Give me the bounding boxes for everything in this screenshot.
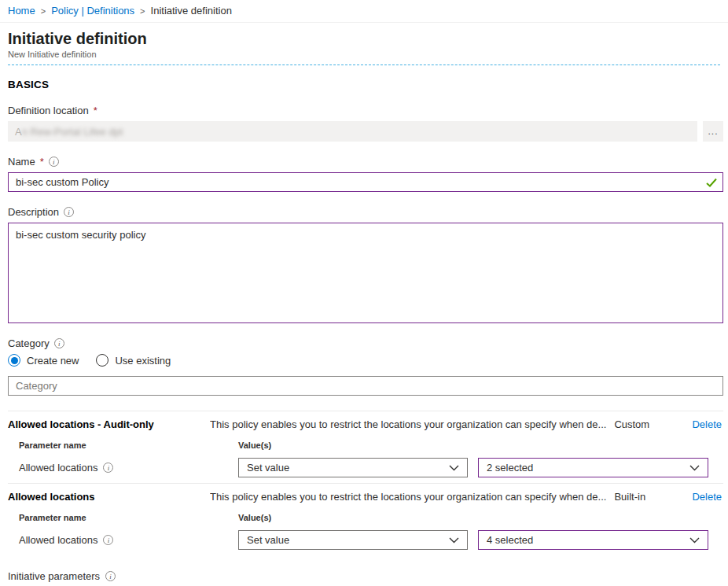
- breadcrumb-separator: >: [140, 6, 145, 16]
- description-label: Description: [8, 206, 723, 218]
- page-title: Initiative definition: [8, 29, 720, 48]
- initiative-parameters-label: Initiative parameters: [8, 570, 723, 582]
- definition-location-label-text: Definition location: [8, 105, 89, 116]
- policy-title: Allowed locations - Audit-only: [8, 418, 210, 430]
- info-icon[interactable]: [54, 338, 64, 348]
- name-input[interactable]: bi-sec custom Policy: [8, 172, 723, 192]
- locations-multiselect-dropdown[interactable]: 2 selected: [478, 458, 708, 477]
- radio-create-new[interactable]: Create new: [8, 354, 79, 367]
- header-divider: [8, 64, 720, 65]
- radio-use-existing[interactable]: Use existing: [96, 354, 171, 367]
- info-icon[interactable]: [103, 535, 113, 545]
- breadcrumb-policy-definitions[interactable]: Policy | Definitions: [51, 5, 134, 17]
- breadcrumb-current: Initiative definition: [151, 5, 232, 17]
- radio-use-existing-label: Use existing: [115, 355, 171, 367]
- parameter-name-text: Allowed locations: [19, 534, 97, 546]
- parameter-name-header: Parameter name: [8, 440, 238, 450]
- category-label: Category: [8, 337, 723, 349]
- page-subtitle: New Initiative definition: [8, 50, 720, 59]
- info-icon[interactable]: [105, 571, 116, 581]
- name-input-value: bi-sec custom Policy: [16, 176, 108, 188]
- main-content: BASICS Definition location * A ... Name …: [0, 79, 728, 586]
- category-input-placeholder: Category: [16, 380, 57, 392]
- value-mode-selected: Set value: [247, 534, 289, 546]
- name-label-text: Name: [8, 156, 35, 168]
- chevron-down-icon: [449, 537, 459, 544]
- radio-unselected-icon: [96, 354, 108, 367]
- policy-param-headers: Parameter name Value(s): [8, 513, 723, 522]
- value-mode-dropdown[interactable]: Set value: [238, 530, 468, 550]
- definition-location-browse-button[interactable]: ...: [703, 121, 723, 142]
- chevron-down-icon: [689, 465, 700, 471]
- policy-row-header: Allowed locations - Audit-only This poli…: [8, 418, 723, 430]
- definition-location-field: A: [8, 121, 697, 142]
- value-mode-dropdown[interactable]: Set value: [238, 458, 468, 477]
- delete-policy-link[interactable]: Delete: [692, 491, 723, 503]
- locations-selected-count: 2 selected: [487, 462, 533, 474]
- radio-selected-icon: [8, 354, 20, 367]
- breadcrumb-home[interactable]: Home: [8, 5, 35, 17]
- required-asterisk: *: [94, 105, 97, 116]
- definition-location-label: Definition location *: [8, 105, 723, 116]
- policy-separator: [8, 483, 723, 484]
- breadcrumb: Home > Policy | Definitions > Initiative…: [0, 0, 728, 23]
- radio-create-new-label: Create new: [27, 355, 79, 367]
- initiative-parameters-label-text: Initiative parameters: [8, 570, 100, 582]
- definition-location-redacted-value: [22, 126, 123, 138]
- policy-param-headers: Parameter name Value(s): [8, 440, 723, 450]
- required-asterisk: *: [40, 156, 44, 168]
- definition-location-row: A ...: [8, 121, 723, 142]
- page-header: Initiative definition New Initiative def…: [0, 23, 728, 65]
- info-icon[interactable]: [103, 463, 113, 473]
- parameter-name: Allowed locations: [8, 462, 238, 474]
- policy-param-row: Allowed locations Set value 4 selected: [8, 530, 723, 550]
- policy-separator: [8, 411, 723, 411]
- parameter-name-header: Parameter name: [8, 513, 238, 522]
- policy-description: This policy enables you to restrict the …: [210, 491, 606, 503]
- description-label-text: Description: [8, 206, 59, 218]
- policy-param-row: Allowed locations Set value 2 selected: [8, 458, 723, 477]
- info-icon[interactable]: [49, 157, 59, 167]
- chevron-down-icon: [689, 537, 700, 544]
- category-input[interactable]: Category: [8, 376, 723, 396]
- policy-type-badge: Custom: [614, 418, 649, 430]
- basics-section-title: BASICS: [8, 79, 723, 90]
- chevron-down-icon: [449, 465, 459, 471]
- policy-type-badge: Built-in: [614, 491, 645, 503]
- locations-multiselect-dropdown[interactable]: 4 selected: [478, 530, 708, 550]
- category-radio-group: Create new Use existing: [8, 354, 723, 367]
- definition-location-value-start: A: [15, 126, 22, 138]
- parameter-name-text: Allowed locations: [19, 462, 97, 474]
- policy-row-header: Allowed locations This policy enables yo…: [8, 491, 723, 503]
- value-mode-selected: Set value: [247, 462, 289, 474]
- description-textarea[interactable]: bi-sec custom security policy: [8, 223, 723, 323]
- locations-selected-count: 4 selected: [487, 534, 533, 546]
- category-label-text: Category: [8, 337, 50, 349]
- info-icon[interactable]: [64, 207, 74, 217]
- policy-description: This policy enables you to restrict the …: [210, 418, 606, 430]
- valid-check-icon: [706, 178, 717, 187]
- delete-policy-link[interactable]: Delete: [692, 418, 723, 430]
- values-header: Value(s): [238, 440, 271, 450]
- values-header: Value(s): [238, 513, 271, 522]
- description-value: bi-sec custom security policy: [16, 229, 145, 241]
- policy-title: Allowed locations: [8, 491, 210, 503]
- breadcrumb-separator: >: [41, 6, 46, 16]
- name-label: Name *: [8, 156, 723, 168]
- parameter-name: Allowed locations: [8, 534, 238, 546]
